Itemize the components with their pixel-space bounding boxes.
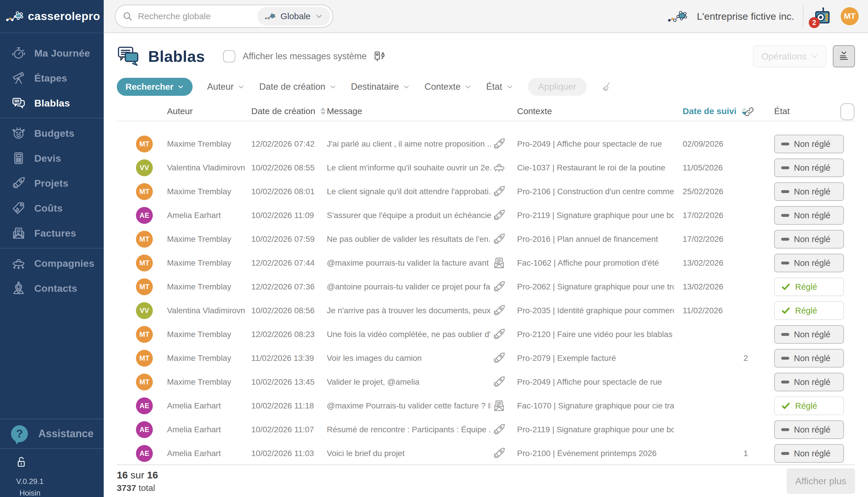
avatar-initials: AE [139, 211, 149, 219]
table-row[interactable]: AE Amelia Earhart 10/02/2026 11:09 S'ass… [117, 203, 855, 227]
filter-etat[interactable]: État [486, 82, 513, 92]
select-all-checkbox[interactable] [840, 103, 854, 120]
status-pill[interactable]: Non réglé [774, 373, 844, 391]
sidebar-item-compagnies[interactable]: Compagnies [0, 251, 104, 276]
sidebar-item-devis[interactable]: Devis [0, 146, 104, 171]
table-row[interactable]: VV Valentina Vladimirovn 10/02/2026 08:5… [117, 156, 855, 180]
rechercher-button[interactable]: Rechercher [117, 78, 193, 96]
export-list-button[interactable] [833, 45, 855, 67]
column-header-date-creation[interactable]: Date de création [251, 106, 326, 116]
row-context[interactable]: Pro-2079 | Exemple facturé [517, 354, 616, 363]
row-context[interactable]: Pro-2016 | Plan annuel de financement [517, 235, 658, 244]
status-pill[interactable]: Non réglé [774, 444, 844, 463]
column-header-message[interactable]: Message [327, 106, 362, 116]
avatar: VV [136, 302, 153, 319]
unlocked-padlock-icon [15, 456, 27, 469]
show-more-button[interactable]: Afficher plus [787, 468, 855, 494]
sidebar-item-projets[interactable]: Projets [0, 171, 104, 196]
sidebar-item-label: Factures [34, 228, 76, 239]
sidebar-item-etapes[interactable]: Étapes [0, 66, 104, 90]
status-pill[interactable]: Non réglé [774, 230, 844, 248]
table-row[interactable]: AE Amelia Earhart 10/02/2026 11:03 Voici… [117, 442, 855, 465]
filter-auteur[interactable]: Auteur [207, 82, 244, 92]
filter-date-creation[interactable]: Date de création [259, 82, 336, 92]
status-label: Non réglé [794, 330, 830, 339]
table-row[interactable]: AE Amelia Earhart 10/02/2026 11:18 @maxi… [117, 394, 855, 418]
column-header-date-suivi[interactable]: Date de suivi [683, 106, 747, 116]
sidebar-item-label: Devis [34, 153, 61, 164]
row-context[interactable]: Pro-2100 | Événement printemps 2026 [517, 449, 657, 458]
row-context[interactable]: Pro-2062 | Signature graphique pour une … [517, 282, 674, 292]
notification-count-badge: 2 [809, 17, 820, 28]
sidebar-item-factures[interactable]: Factures [0, 221, 104, 245]
row-context[interactable]: Pro-2119 | Signature graphique pour une … [517, 211, 674, 220]
global-search[interactable]: Globale [115, 5, 333, 28]
table-row[interactable]: MT Maxime Tremblay 12/02/2026 07:42 J'ai… [117, 132, 855, 156]
filter-contexte[interactable]: Contexte [424, 82, 472, 92]
table-row[interactable]: MT Maxime Tremblay 10/02/2026 13:45 Vali… [117, 370, 855, 394]
status-pill[interactable]: Non réglé [774, 135, 844, 153]
row-follow-date: 11/05/2026 [683, 163, 723, 172]
table-row[interactable]: MT Maxime Tremblay 10/02/2026 08:01 Le c… [117, 180, 855, 203]
status-pill[interactable]: Non réglé [774, 158, 844, 177]
sidebar-nav: Ma Journée Étapes Blablas [0, 33, 104, 301]
appliquer-button[interactable]: Appliquer [528, 78, 587, 96]
notifications-button[interactable]: 2 [812, 6, 832, 26]
user-avatar[interactable]: MT [841, 7, 859, 25]
status-pill[interactable]: Réglé [774, 397, 844, 415]
row-context[interactable]: Fac-1062 | Affiche pour promotion d'été [517, 258, 659, 268]
column-header-links[interactable] [744, 106, 755, 117]
sidebar-item-blablas[interactable]: Blablas [0, 90, 104, 115]
row-created-date: 10/02/2026 08:55 [251, 163, 314, 172]
status-pill[interactable]: Non réglé [774, 182, 844, 201]
table-row[interactable]: MT Maxime Tremblay 12/02/2026 07:36 @ant… [117, 275, 855, 299]
rocket-icon [492, 423, 506, 437]
row-author: Valentina Vladimirovn [167, 163, 245, 172]
table-row[interactable]: MT Maxime Tremblay 11/02/2026 13:39 Voir… [117, 346, 855, 370]
row-context[interactable]: Pro-2120 | Faire une vidéo pour les blab… [517, 330, 674, 339]
sidebar-item-ma-journee[interactable]: Ma Journée [0, 41, 104, 66]
status-pill[interactable]: Réglé [774, 301, 844, 320]
row-created-date: 10/02/2026 13:45 [251, 378, 314, 387]
sidebar-item-label: Coûts [34, 203, 63, 214]
row-context[interactable]: Pro-2035 | Identité graphique pour comme… [517, 306, 674, 315]
status-pill[interactable]: Réglé [774, 278, 844, 296]
table-row[interactable]: MT Maxime Tremblay 12/02/2026 07:44 @max… [117, 251, 855, 275]
column-header-auteur[interactable]: Auteur [167, 106, 193, 116]
table-row[interactable]: MT Maxime Tremblay 10/02/2026 07:59 Ne p… [117, 227, 855, 251]
row-context[interactable]: Pro-2049 | Affiche pour spectacle de rue [517, 378, 662, 387]
column-header-contexte[interactable]: Contexte [517, 106, 552, 116]
system-messages-checkbox[interactable] [223, 50, 235, 62]
table-row[interactable]: AE Amelia Earhart 10/02/2026 11:07 Résum… [117, 418, 855, 442]
ufo-icon [11, 256, 26, 271]
row-context[interactable]: Pro-2049 | Affiche pour spectacle de rue [517, 139, 662, 148]
clear-filters-broom-icon[interactable] [601, 81, 613, 93]
sidebar-item-couts[interactable]: Coûts [0, 196, 104, 221]
assistance-button[interactable]: ? Assistance [0, 418, 104, 449]
filter-label: État [486, 82, 502, 92]
status-pill[interactable]: Non réglé [774, 325, 844, 344]
sidebar-item-budgets[interactable]: Budgets [0, 121, 104, 146]
filter-destinataire[interactable]: Destinataire [351, 82, 410, 92]
row-created-date: 10/02/2026 11:09 [251, 211, 314, 220]
status-pill[interactable]: Non réglé [774, 206, 844, 225]
status-label: Non réglé [794, 163, 830, 173]
app-logo[interactable]: casserolepro [0, 0, 104, 33]
sidebar-item-contacts[interactable]: Contacts [0, 276, 104, 301]
status-pill[interactable]: Non réglé [774, 420, 844, 439]
search-input[interactable] [138, 11, 234, 21]
status-pill[interactable]: Non réglé [774, 349, 844, 368]
row-context[interactable]: Pro-2119 | Signature graphique pour une … [517, 425, 674, 434]
column-header-etat[interactable]: État [774, 106, 789, 116]
row-context[interactable]: Fac-1070 | Signature graphique pour cie … [517, 401, 674, 411]
search-scope-dropdown[interactable]: Globale [257, 7, 330, 26]
status-pill[interactable]: Non réglé [774, 254, 844, 272]
table-row[interactable]: VV Valentina Vladimirovn 10/02/2026 08:5… [117, 299, 855, 323]
avatar-initials: VV [140, 307, 149, 315]
row-context[interactable]: Pro-2106 | Construction d'un centre comm… [517, 187, 674, 196]
row-context[interactable]: Cie-1037 | Restaurant le roi de la pouti… [517, 163, 665, 172]
table-row[interactable]: MT Maxime Tremblay 12/02/2026 08:23 Une … [117, 323, 855, 346]
operations-button[interactable]: Opérations [753, 45, 826, 67]
version-number: V.0.29.1 [14, 475, 46, 487]
company-name[interactable]: L'entreprise fictive inc. [697, 11, 794, 22]
